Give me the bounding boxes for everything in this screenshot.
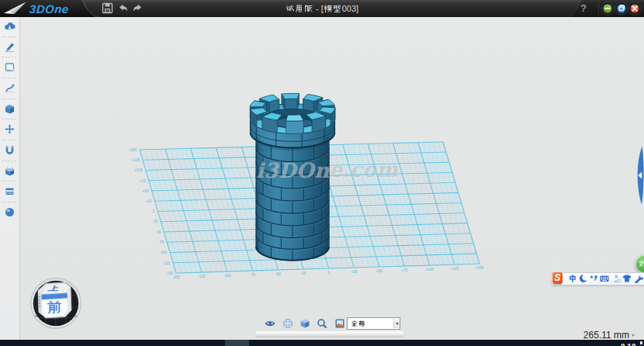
measure-dropdown-icon[interactable] xyxy=(632,334,635,337)
app-logo: 3DOne xyxy=(3,1,69,16)
svg-text:+100: +100 xyxy=(134,168,143,172)
minimize-button[interactable] xyxy=(601,2,615,16)
save-icon[interactable] xyxy=(102,2,113,14)
paper-plane-icon xyxy=(3,2,26,16)
wrench-icon[interactable] xyxy=(634,274,643,283)
svg-text:+100: +100 xyxy=(425,268,434,272)
filter-combobox[interactable] xyxy=(347,317,400,330)
svg-text:-100: -100 xyxy=(160,251,168,254)
svg-text:+75: +75 xyxy=(401,268,407,272)
sidebar-separator xyxy=(2,202,16,202)
svg-text:+25: +25 xyxy=(146,199,152,203)
filter-combobox-value xyxy=(348,317,393,330)
sidebar-item-combine[interactable] xyxy=(0,163,19,178)
sidebar-item-move[interactable] xyxy=(0,121,19,137)
viewport-3d[interactable]: +150-150+125-125+100-100+75-75+50-50+25-… xyxy=(20,17,644,340)
sidebar-item-material[interactable] xyxy=(0,183,19,199)
model-castle-tower xyxy=(250,94,335,261)
sidebar-separator xyxy=(2,119,16,119)
sidebar-separator xyxy=(2,36,16,37)
view-cube-widget[interactable] xyxy=(29,277,82,330)
svg-text:+125: +125 xyxy=(132,158,140,162)
sidebar-separator xyxy=(2,78,16,78)
shaded-icon[interactable] xyxy=(299,318,310,329)
svg-text:-75: -75 xyxy=(159,240,164,244)
grid-and-model: +150-150+125-125+100-100+75-75+50-50+25-… xyxy=(20,17,644,340)
filter-combobox-button[interactable] xyxy=(393,319,400,328)
svg-text:+75: +75 xyxy=(140,179,146,183)
svg-text:-150: -150 xyxy=(166,272,174,275)
svg-text:-50: -50 xyxy=(275,272,281,276)
svg-text:0: 0 xyxy=(153,209,155,213)
svg-text:+150: +150 xyxy=(129,148,137,152)
mode-cn-icon[interactable] xyxy=(568,274,577,283)
svg-text:-25: -25 xyxy=(301,272,306,275)
svg-text:-100: -100 xyxy=(223,274,231,278)
sidebar-item-solid-cube[interactable] xyxy=(0,101,19,116)
punct-icon[interactable] xyxy=(589,274,598,283)
ime-toolbar: S xyxy=(551,272,644,285)
sidebar-item-cloud[interactable] xyxy=(0,18,19,33)
sidebar-separator xyxy=(2,181,16,182)
svg-text:+50: +50 xyxy=(376,269,383,273)
redo-icon[interactable] xyxy=(132,2,144,14)
zoom-icon[interactable] xyxy=(317,318,327,329)
sidebar-item-sketch[interactable] xyxy=(0,59,19,74)
speedup-ball-value: 71 xyxy=(636,256,644,272)
sidebar-item-magnet[interactable] xyxy=(0,142,19,157)
cloud-icon xyxy=(4,20,16,32)
curve-icon xyxy=(4,82,16,94)
flyout-tab-handle[interactable] xyxy=(635,146,644,205)
measure-readout: 265.11 mm xyxy=(20,330,635,340)
material-icon xyxy=(4,185,16,197)
solid-cube-icon xyxy=(4,103,16,115)
measure-value: 265.11 mm xyxy=(583,330,629,340)
image-icon[interactable] xyxy=(334,318,345,329)
svg-text:+25: +25 xyxy=(351,270,357,274)
sidebar-separator xyxy=(2,57,16,57)
svg-text:-125: -125 xyxy=(198,275,206,279)
status-segment xyxy=(225,340,249,346)
scene-canvas: +150-150+125-125+100-100+75-75+50-50+25-… xyxy=(20,17,644,340)
title-bar: 3DOne - [003] ? xyxy=(0,0,644,17)
svg-text:-75: -75 xyxy=(250,273,255,277)
eye-icon[interactable] xyxy=(265,318,275,329)
undo-icon[interactable] xyxy=(117,2,129,14)
status-bar: 0.10 xyxy=(0,340,644,346)
close-button[interactable] xyxy=(628,2,642,16)
application-window: +150-150+125-125+100-100+75-75+50-50+25-… xyxy=(0,0,644,346)
sidebar-separator xyxy=(2,161,16,161)
svg-text:+150: +150 xyxy=(476,266,484,270)
svg-text:-125: -125 xyxy=(163,261,171,265)
sidebar-item-curve[interactable] xyxy=(0,80,19,95)
svg-text:0: 0 xyxy=(327,271,330,275)
wireframe-icon[interactable] xyxy=(282,318,293,329)
render-icon xyxy=(4,206,16,218)
keyboard-icon[interactable] xyxy=(600,274,609,283)
sidebar-separator xyxy=(2,140,16,140)
svg-text:+50: +50 xyxy=(143,189,149,193)
app-logo-text: 3DOne xyxy=(29,2,69,16)
status-tick xyxy=(640,341,642,345)
svg-text:-25: -25 xyxy=(153,220,158,223)
pencil-icon xyxy=(4,41,16,53)
sidebar-separator xyxy=(2,99,16,99)
person-icon[interactable] xyxy=(612,274,621,283)
left-toolbar xyxy=(0,17,20,340)
sidebar-item-pencil[interactable] xyxy=(0,39,19,54)
combine-icon xyxy=(4,165,16,177)
svg-text:+125: +125 xyxy=(451,267,459,271)
moon-icon[interactable] xyxy=(579,274,588,283)
magnet-icon xyxy=(4,144,16,156)
skin-icon[interactable] xyxy=(622,274,632,283)
sidebar-item-render[interactable] xyxy=(0,204,19,220)
view-cube xyxy=(38,282,71,318)
move-icon xyxy=(4,123,16,135)
svg-text:-150: -150 xyxy=(172,275,180,279)
svg-text:-50: -50 xyxy=(156,230,161,234)
sketch-icon xyxy=(4,61,16,73)
status-partial-value: 0.10 xyxy=(621,343,635,346)
sogou-logo[interactable]: S xyxy=(552,272,563,285)
restore-button[interactable] xyxy=(615,2,628,16)
chevron-down-icon xyxy=(396,323,399,325)
